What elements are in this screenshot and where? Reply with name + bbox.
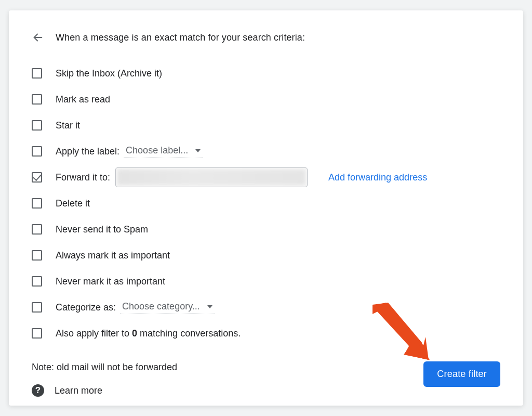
checkbox-skip-inbox[interactable] xyxy=(32,68,42,79)
filter-dialog: When a message is an exact match for you… xyxy=(9,10,523,406)
option-delete: Delete it xyxy=(32,190,500,216)
arrow-left-icon xyxy=(32,32,44,43)
label-apply-label: Apply the label: xyxy=(56,146,119,157)
dialog-header: When a message is an exact match for you… xyxy=(32,31,500,44)
select-label-text: Choose label... xyxy=(126,145,188,156)
svg-marker-4 xyxy=(406,345,429,360)
svg-marker-1 xyxy=(195,149,201,152)
dialog-title: When a message is an exact match for you… xyxy=(56,32,305,43)
add-forwarding-address-link[interactable]: Add forwarding address xyxy=(328,172,427,183)
redacted-content xyxy=(118,170,305,185)
option-apply-label: Apply the label: Choose label... xyxy=(32,138,500,164)
checkbox-delete[interactable] xyxy=(32,198,42,209)
also-apply-prefix: Also apply filter to xyxy=(56,328,132,339)
checkbox-always-important[interactable] xyxy=(32,250,42,261)
option-also-apply: Also apply filter to 0 matching conversa… xyxy=(32,320,500,346)
match-count: 0 xyxy=(132,328,137,339)
label-delete: Delete it xyxy=(56,198,90,209)
caret-down-icon xyxy=(195,148,201,153)
option-mark-read: Mark as read xyxy=(32,86,500,112)
label-never-spam: Never send it to Spam xyxy=(56,224,148,235)
label-always-important: Always mark it as important xyxy=(56,250,170,261)
label-skip-inbox: Skip the Inbox (Archive it) xyxy=(56,68,162,79)
label-categorize: Categorize as: xyxy=(56,302,116,313)
learn-more-link[interactable]: Learn more xyxy=(55,385,102,396)
checkbox-star[interactable] xyxy=(32,120,42,131)
checkbox-never-spam[interactable] xyxy=(32,224,42,235)
forward-address-select[interactable] xyxy=(115,167,308,187)
label-never-important: Never mark it as important xyxy=(56,276,165,287)
checkbox-mark-read[interactable] xyxy=(32,94,42,105)
checkbox-never-important[interactable] xyxy=(32,276,42,287)
option-categorize: Categorize as: Choose category... xyxy=(32,294,500,320)
checkbox-also-apply[interactable] xyxy=(32,328,42,339)
checkbox-categorize[interactable] xyxy=(32,302,42,313)
option-star: Star it xyxy=(32,112,500,138)
select-category-text: Choose category... xyxy=(122,301,200,312)
label-forward: Forward it to: xyxy=(56,172,110,183)
option-never-important: Never mark it as important xyxy=(32,268,500,294)
svg-marker-2 xyxy=(207,305,212,308)
label-mark-read: Mark as read xyxy=(56,94,110,105)
checkbox-forward[interactable] xyxy=(32,172,42,183)
caret-down-icon xyxy=(207,304,212,309)
help-icon[interactable]: ? xyxy=(32,384,44,397)
create-filter-button[interactable]: Create filter xyxy=(423,361,500,387)
option-skip-inbox: Skip the Inbox (Archive it) xyxy=(32,60,500,86)
select-label[interactable]: Choose label... xyxy=(124,145,203,158)
also-apply-suffix: matching conversations. xyxy=(137,328,241,339)
label-also-apply: Also apply filter to 0 matching conversa… xyxy=(56,328,241,339)
checkbox-apply-label[interactable] xyxy=(32,146,42,157)
option-always-important: Always mark it as important xyxy=(32,242,500,268)
option-forward: Forward it to: Add forwarding address xyxy=(32,164,500,190)
option-never-spam: Never send it to Spam xyxy=(32,216,500,242)
label-star: Star it xyxy=(56,120,80,131)
select-category[interactable]: Choose category... xyxy=(120,301,215,314)
back-button[interactable] xyxy=(32,31,44,44)
